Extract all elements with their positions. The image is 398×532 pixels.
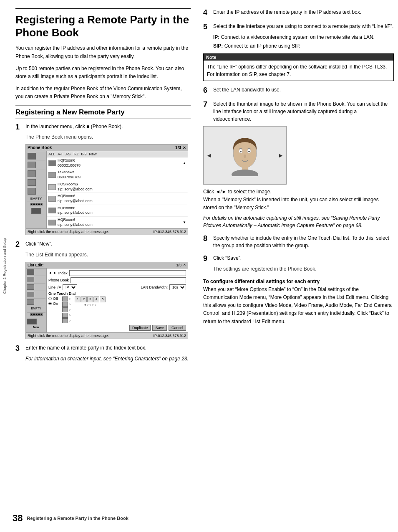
- le-radio-b5: ○: [95, 303, 96, 306]
- le-lineif-label: Line I/F: [48, 285, 61, 289]
- intro-paragraph-1: You can register the IP address and othe…: [15, 44, 191, 60]
- step-5-sip-desc: Connect to an IP phone using SIP.: [224, 43, 300, 49]
- step-8-number: 8: [203, 234, 211, 243]
- pb-status-bar: Right-click the mouse to display a help …: [26, 228, 188, 235]
- screenshot-toolbar: Phone Book 1/3 ✕: [26, 144, 188, 151]
- step-7-text: Select the thumbnail image to be shown i…: [213, 100, 394, 123]
- thumbnail-area: ◄: [203, 126, 287, 185]
- le-status-text: Right-click the mouse to display a help …: [28, 334, 109, 338]
- le-close-icon: ✕: [183, 263, 186, 267]
- step-5-text: Select the line interface you are using …: [213, 23, 393, 30]
- le-pos-row-1: ○: [62, 296, 71, 301]
- le-position-icons: ○ ○ ○: [62, 296, 71, 323]
- step-1-number: 1: [15, 123, 23, 132]
- main-content: Registering a Remote Party in the Phone …: [9, 0, 398, 532]
- step-8-text: Specify whether to include the entry in …: [213, 234, 394, 249]
- pb-sidebar-buttons: ▣▣▣▣▣: [27, 202, 45, 207]
- le-radio-on[interactable]: On: [48, 301, 58, 306]
- note-line-1: The “Line I/F” options differ depending …: [207, 63, 390, 71]
- le-radio-c2: ○: [69, 303, 71, 306]
- le-sidebar-icon-2: [27, 277, 45, 284]
- pb-entry-4: HQRoom6 sip: sony@abcd.com: [47, 205, 188, 217]
- le-sidebar-icon-3: [27, 284, 45, 291]
- le-sidebar-empty: EMPTY: [27, 307, 45, 313]
- pb-sidebar-icon-5: [27, 187, 45, 196]
- le-cell-5: 5: [100, 296, 106, 302]
- le-grid-area: 1 2 3 4 5 ● ○ ○: [75, 296, 106, 306]
- step-3-number: 3: [15, 344, 23, 353]
- configure-note: To configure different dial settings for…: [203, 278, 394, 326]
- step-5: 5 Select the line interface you are usin…: [203, 23, 394, 81]
- step-5-sip: SIP: Connect to an IP phone using SIP.: [213, 42, 394, 50]
- pb-entry-5-text: HQRoom6 sip: sony@abcd.com: [58, 218, 181, 227]
- note-line-2: For information on SIP, see chapter 7.: [207, 71, 390, 78]
- pb-entry-4-text: HQRoom6 sip: sony@abcd.com: [58, 206, 186, 215]
- note-header: Note: [204, 54, 393, 61]
- step-4: 4 Enter the IP address of the remote par…: [203, 8, 394, 18]
- step-3: 3 Enter the name of a remote party in th…: [15, 344, 191, 362]
- le-onetouchdial-area: Off On: [48, 296, 186, 323]
- le-index-input[interactable]: [69, 270, 186, 276]
- spine-wrapper: Chapter 2 Registration and Setup: [0, 0, 9, 532]
- pb-categories: ALL A-I J-S T-Z 0-9 New: [47, 151, 188, 157]
- le-phonebook-input[interactable]: [71, 277, 186, 283]
- pb-sidebar-empty: EMPTY: [27, 196, 45, 202]
- le-lan-select[interactable]: 1024: [169, 284, 186, 290]
- close-icon: ✕: [183, 146, 186, 150]
- right-column: 4 Enter the IP address of the remote par…: [199, 8, 394, 524]
- le-radio-off[interactable]: Off: [48, 296, 58, 301]
- pb-entry-5: HQRoom6 sip: sony@abcd.com ▼: [47, 217, 188, 228]
- le-cell-1: 1: [75, 296, 81, 302]
- step-1-subtext: The Phone Book menu opens.: [25, 133, 191, 141]
- step-6: 6 Set the LAN bandwidth to use.: [203, 86, 394, 95]
- step-7-image-caption: Click ◄/► to select the image. When a "M…: [203, 188, 394, 212]
- le-radio-b4: ○: [92, 303, 93, 306]
- le-radio-off-circle: [48, 297, 52, 300]
- le-toolbar: List Edit: 1/3 ✕: [26, 262, 188, 269]
- pb-ip: IP:012.345.678.912: [153, 230, 186, 234]
- le-title: List Edit:: [28, 263, 176, 267]
- main-title: Registering a Remote Party in the Phone …: [15, 8, 191, 39]
- step-4-text: Enter the IP address of the remote party…: [213, 8, 361, 16]
- step-7: 7 Select the thumbnail image to be shown…: [203, 100, 394, 230]
- le-phonebook-row: Phone Book: [48, 277, 186, 283]
- step-9: 9 Click “Save”. The settings are registe…: [203, 254, 394, 273]
- footer-text: Registering a Remote Party in the Phone …: [27, 516, 128, 521]
- le-buttons: Duplicate Save Cancel: [48, 325, 186, 331]
- intro-paragraph-2: Up to 500 remote parties can be register…: [15, 65, 191, 81]
- page-number: 38: [13, 513, 23, 524]
- svg-point-5: [240, 151, 242, 152]
- cancel-button[interactable]: Cancel: [169, 325, 186, 331]
- left-column: Registering a Remote Party in the Phone …: [15, 8, 199, 524]
- configure-note-body: When you set “More Options Enable” to “O…: [203, 286, 394, 326]
- step-5-sip-term: SIP:: [213, 43, 223, 49]
- le-index-label: Index: [58, 271, 68, 275]
- step-1-text: In the launcher menu, click ■ (Phone Boo…: [25, 123, 123, 130]
- le-radio-c1: ○: [69, 297, 71, 300]
- step-7-number: 7: [203, 100, 211, 109]
- le-nav-row: ◄ ► Index: [48, 270, 186, 276]
- pb-entry-0-text: HQRoom6 05032100678: [58, 158, 181, 168]
- step-4-number: 4: [203, 8, 211, 18]
- step-3-text: Enter the name of a remote party in the …: [25, 344, 146, 352]
- pb-sidebar-icon-1: [27, 152, 45, 161]
- duplicate-button[interactable]: Duplicate: [129, 325, 151, 331]
- le-radio-bottom-row: ● ○ ○ ○ ○: [75, 303, 106, 306]
- pb-cat-09: 0-9: [81, 152, 87, 156]
- step-9-subtext: The settings are registered in the Phone…: [213, 265, 394, 273]
- phonebook-screenshot: Phone Book 1/3 ✕: [25, 144, 188, 235]
- scroll-up-icon: ▲: [183, 161, 186, 165]
- svg-point-2: [232, 170, 258, 176]
- thumbnail-left-arrow: ◄: [206, 152, 212, 159]
- pb-status-text: Right-click the mouse to display a help …: [28, 230, 109, 234]
- step-6-text: Set the LAN bandwidth to use.: [213, 86, 281, 94]
- pb-entry-1-text: Takanawa 06037896789: [58, 170, 186, 180]
- screenshot-body: EMPTY ▣▣▣▣▣ ALL A-I: [26, 151, 188, 228]
- le-status-bar: Right-click the mouse to display a help …: [26, 332, 188, 339]
- le-cell-4: 4: [93, 296, 99, 302]
- section-title: Registering a New Remote Party: [15, 108, 191, 119]
- save-button[interactable]: Save: [152, 325, 167, 331]
- le-radio-on-circle: [48, 302, 52, 305]
- pb-entry-2-text: HQSRoom6 sip: sony@abcd.com: [58, 182, 186, 192]
- le-lineif-select[interactable]: IP: [63, 284, 77, 290]
